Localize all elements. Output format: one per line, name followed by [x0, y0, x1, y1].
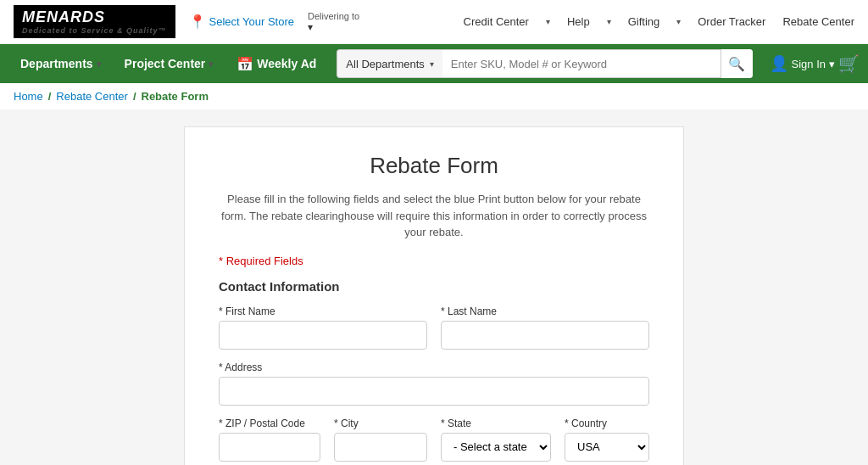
state-select[interactable]: - Select a state - [441, 433, 551, 462]
zip-input[interactable] [219, 433, 320, 462]
user-icon: 👤 [770, 54, 788, 73]
last-name-input[interactable] [441, 321, 649, 350]
store-selector[interactable]: 📍 Select Your Store [189, 14, 294, 30]
city-input[interactable] [334, 433, 427, 462]
required-notice: * Required Fields [219, 255, 649, 267]
breadcrumb-home[interactable]: Home [14, 90, 43, 103]
search-button[interactable]: 🔍 [721, 49, 753, 78]
country-select[interactable]: USA [565, 433, 649, 462]
first-name-label: * First Name [219, 305, 427, 317]
last-name-group: * Last Name [441, 305, 649, 350]
search-input[interactable] [442, 49, 753, 78]
city-label: * City [334, 417, 427, 429]
breadcrumb-rebate-center[interactable]: Rebate Center [56, 90, 128, 103]
name-row: * First Name * Last Name [219, 305, 649, 350]
nav-departments[interactable]: Departments ▾ [8, 44, 113, 83]
form-container: Rebate Form Please fill in the following… [184, 126, 684, 465]
address-row: * Address [219, 361, 649, 406]
main-content: Rebate Form Please fill in the following… [0, 109, 868, 465]
nav-right: 👤 Sign In ▾ 🛒 [770, 53, 860, 74]
breadcrumb-current: Rebate Form [142, 90, 209, 103]
credit-center-arrow[interactable]: ▾ [546, 17, 550, 26]
help-arrow[interactable]: ▾ [607, 17, 611, 26]
search-department-selector[interactable]: All Departments ▾ [337, 49, 442, 78]
calendar-icon: 📅 [236, 56, 253, 72]
delivering-label: Delivering to [308, 11, 359, 21]
first-name-input[interactable] [219, 321, 427, 350]
nav-project-center[interactable]: Project Center ▾ [113, 44, 225, 83]
zip-group: * ZIP / Postal Code [219, 417, 320, 462]
gifting-link[interactable]: Gifting [628, 15, 660, 28]
logo: MENARDS Dedicated to Service & Quality™ [14, 5, 175, 38]
search-input-wrap: 🔍 [442, 49, 753, 78]
signin-button[interactable]: 👤 Sign In ▾ [770, 54, 835, 73]
country-group: * Country USA [565, 417, 649, 462]
breadcrumb-sep-2: / [133, 90, 136, 103]
dept-label: All Departments [346, 58, 424, 70]
city-group: * City [334, 417, 427, 462]
order-tracker-link[interactable]: Order Tracker [698, 15, 765, 28]
cart-button[interactable]: 🛒 [838, 53, 860, 74]
address-group: * Address [219, 361, 649, 406]
logo-tagline: Dedicated to Service & Quality™ [22, 26, 167, 35]
store-selector-label: Select Your Store [209, 15, 294, 28]
nav-weekly-ad[interactable]: 📅 Weekly Ad [225, 44, 328, 83]
delivering-area: Delivering to ▾ [308, 11, 359, 33]
section-title: Contact Information [219, 279, 649, 294]
country-label: * Country [565, 417, 649, 429]
state-group: * State - Select a state - [441, 417, 551, 462]
credit-center-link[interactable]: Credit Center [464, 15, 529, 28]
project-center-arrow: ▾ [209, 59, 213, 69]
breadcrumb: Home / Rebate Center / Rebate Form [0, 83, 868, 109]
signin-label: Sign In [792, 58, 826, 70]
first-name-group: * First Name [219, 305, 427, 350]
project-center-label: Project Center [125, 57, 206, 70]
main-navigation: Departments ▾ Project Center ▾ 📅 Weekly … [0, 44, 868, 83]
help-link[interactable]: Help [567, 15, 590, 28]
breadcrumb-sep-1: / [48, 90, 52, 103]
rebate-center-link[interactable]: Rebate Center [782, 15, 854, 28]
departments-label: Departments [20, 57, 93, 70]
form-description: Please fill in the following fields and … [219, 191, 649, 241]
zip-label: * ZIP / Postal Code [219, 417, 320, 429]
gifting-arrow[interactable]: ▾ [676, 17, 681, 26]
state-label: * State [441, 417, 551, 429]
last-name-label: * Last Name [441, 305, 649, 317]
address-label: * Address [219, 361, 649, 373]
search-area: All Departments ▾ 🔍 [337, 49, 752, 78]
form-title: Rebate Form [219, 153, 649, 179]
location-icon: 📍 [189, 14, 206, 30]
signin-arrow: ▾ [829, 58, 835, 70]
dept-arrow: ▾ [430, 59, 434, 69]
delivering-arrow[interactable]: ▾ [308, 21, 359, 33]
weekly-ad-label: Weekly Ad [257, 57, 316, 70]
location-row: * ZIP / Postal Code * City * State - Sel… [219, 417, 649, 462]
logo-text: MENARDS Dedicated to Service & Quality™ [14, 5, 175, 38]
address-input[interactable] [219, 377, 649, 406]
departments-arrow: ▾ [97, 59, 101, 69]
